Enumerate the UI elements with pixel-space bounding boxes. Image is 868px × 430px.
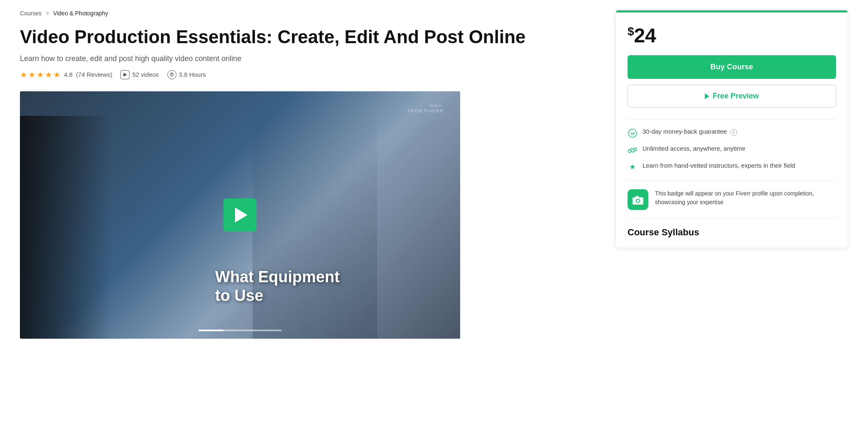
price-value: 24 [634,24,656,46]
sidebar-features: 30 30-day money-back guarantee i [628,119,836,181]
rating-value: 4.8 [64,71,73,78]
unlimited-icon [628,145,638,155]
video-overlay-text: What Equipment to Use [215,268,340,305]
clock-icon: ⏱ [167,70,177,79]
sidebar-inner: $24 Buy Course Free Preview 30 [616,12,848,248]
moneyback-info-icon[interactable]: i [731,129,737,136]
overlay-line2: to Use [215,286,340,305]
star-2: ★ [28,70,36,80]
breadcrumb-current: Video & Photography [53,10,108,17]
star-3: ★ [37,70,44,80]
play-circle-icon: ▶ [120,70,130,79]
price-symbol: $ [628,25,634,38]
video-watermark: learn. FROM FIVERR [407,103,444,114]
breadcrumb-parent-link[interactable]: Courses [20,10,42,17]
unlimited-text: Unlimited access, anywhere, anytime [642,145,745,152]
sidebar-badge: This badge will appear on your Fiverr pr… [628,181,836,218]
syllabus-title: Course Syllabus [628,227,836,238]
watermark-sub: FROM FIVERR [407,108,444,114]
badge-icon [628,189,648,210]
feature-unlimited: Unlimited access, anywhere, anytime [628,145,836,155]
preview-label: Free Preview [713,92,759,100]
videos-count: 52 videos [132,71,159,78]
main-content: Courses > Video & Photography Video Prod… [20,10,599,339]
course-syllabus-section: Course Syllabus [628,218,836,248]
preview-play-icon [705,93,709,99]
svg-rect-3 [635,196,639,198]
hours-count: 3.8 Hours [179,71,206,78]
breadcrumb: Courses > Video & Photography [20,10,599,17]
buy-course-button[interactable]: Buy Course [628,55,836,79]
star-rating: ★ ★ ★ ★ ★ 4.8 (74 Reviews) [20,70,112,80]
video-player[interactable]: learn. FROM FIVERR What Equipment to Use [20,91,460,339]
course-price: $24 [628,24,836,47]
course-subtitle: Learn how to create, edit and post high … [20,54,599,63]
course-sidebar: $24 Buy Course Free Preview 30 [615,10,848,248]
course-title: Video Production Essentials: Create, Edi… [20,27,599,48]
watermark-brand: learn. [407,103,444,108]
svg-point-5 [637,200,639,202]
star-4: ★ [45,70,52,80]
badge-description: This badge will appear on your Fiverr pr… [655,189,836,207]
free-preview-button[interactable]: Free Preview [628,85,836,108]
video-progress-bar[interactable] [199,330,282,331]
videos-meta: ▶ 52 videos [120,70,159,79]
camera-silhouette [20,116,111,339]
play-triangle-icon [235,208,248,222]
instructors-icon [628,162,638,172]
svg-rect-6 [641,198,642,199]
instructors-text: Learn from hand-vetted instructors, expe… [642,162,795,169]
overlay-line1: What Equipment [215,268,340,287]
breadcrumb-separator: > [46,10,49,17]
play-button[interactable] [223,198,257,232]
star-5: ★ [53,70,61,80]
rating-reviews: (74 Reviews) [76,71,113,78]
feature-instructors: Learn from hand-vetted instructors, expe… [628,162,836,172]
feature-moneyback: 30 30-day money-back guarantee i [628,128,836,138]
course-meta: ★ ★ ★ ★ ★ 4.8 (74 Reviews) ▶ 52 videos ⏱… [20,70,599,80]
moneyback-icon: 30 [628,128,638,138]
svg-text:30: 30 [630,132,635,136]
hours-meta: ⏱ 3.8 Hours [167,70,206,79]
star-1: ★ [20,70,27,80]
video-progress-fill [199,330,223,331]
moneyback-text: 30-day money-back guarantee i [642,128,737,136]
